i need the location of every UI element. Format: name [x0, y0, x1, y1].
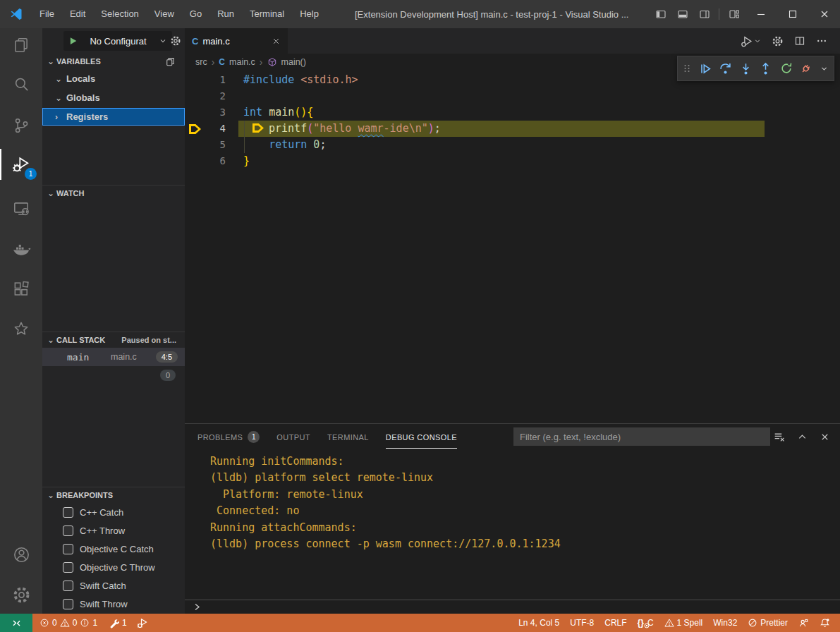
menu-file[interactable]: File: [32, 0, 62, 28]
eol-indicator[interactable]: CRLF: [604, 618, 626, 628]
stack-frame-row[interactable]: main main.c 4:5: [42, 348, 185, 366]
customize-layout-icon[interactable]: [723, 0, 745, 28]
breadcrumb-symbol[interactable]: main(): [281, 57, 306, 67]
watch-header[interactable]: ⌄ WATCH: [42, 186, 185, 201]
breakpoint-row[interactable]: Objective C Throw: [42, 558, 185, 576]
menu-selection[interactable]: Selection: [93, 0, 146, 28]
variables-scope-globals[interactable]: ⌄ Globals: [42, 88, 185, 107]
menu-terminal[interactable]: Terminal: [242, 0, 292, 28]
breakpoints-header[interactable]: ⌄ BREAKPOINTS: [42, 487, 185, 503]
breakpoint-row[interactable]: C++ Catch: [42, 503, 185, 521]
problems-status[interactable]: 0 0 1: [39, 618, 97, 628]
menu-view[interactable]: View: [147, 0, 182, 28]
checkbox[interactable]: [63, 581, 73, 591]
tab-terminal[interactable]: TERMINAL: [327, 424, 369, 449]
breakpoint-row[interactable]: C++ Throw: [42, 521, 185, 540]
start-debugging-icon[interactable]: [68, 36, 78, 46]
gear-icon[interactable]: [772, 35, 784, 47]
tab-debug-console[interactable]: DEBUG CONSOLE: [386, 424, 457, 449]
debug-status[interactable]: [137, 617, 148, 628]
code-line[interactable]: 4printf("hello wamr-ide\n");: [185, 121, 840, 137]
remote-explorer-icon[interactable]: [0, 195, 42, 223]
close-icon[interactable]: [808, 0, 840, 28]
disconnect-icon[interactable]: [800, 60, 814, 77]
menu-go[interactable]: Go: [182, 0, 209, 28]
gutter[interactable]: [185, 72, 206, 88]
maximize-panel-icon[interactable]: [797, 432, 808, 442]
gutter[interactable]: [185, 104, 206, 121]
checkbox[interactable]: [63, 562, 73, 573]
open-launch-json-gear-icon[interactable]: [170, 35, 181, 47]
spell-status[interactable]: 1 Spell: [664, 618, 703, 628]
language-mode[interactable]: {} C: [638, 618, 654, 628]
star-icon[interactable]: [0, 315, 42, 343]
console-input[interactable]: [185, 600, 840, 614]
formatter-status[interactable]: Prettier: [748, 618, 788, 628]
account-icon[interactable]: [0, 540, 42, 569]
remote-icon[interactable]: [0, 614, 32, 632]
settings-gear-icon[interactable]: [0, 581, 42, 609]
run-debug-icon[interactable]: 1: [0, 150, 42, 178]
step-into-icon[interactable]: [738, 60, 753, 77]
continue-icon[interactable]: [698, 60, 712, 77]
cursor-position[interactable]: Ln 4, Col 5: [518, 618, 559, 628]
toolchain-status[interactable]: 1: [109, 618, 127, 628]
call-stack-header[interactable]: ⌄ CALL STACK Paused on st...: [42, 332, 185, 348]
breakpoint-row[interactable]: Objective C Catch: [42, 540, 185, 558]
checkbox[interactable]: [63, 525, 73, 536]
platform-indicator[interactable]: Win32: [713, 618, 737, 628]
close-tab-icon[interactable]: [272, 37, 281, 46]
checkbox[interactable]: [63, 507, 73, 518]
ellipsis-icon[interactable]: [816, 35, 827, 47]
step-over-icon[interactable]: [718, 60, 732, 77]
menu-edit[interactable]: Edit: [62, 0, 93, 28]
gutter[interactable]: [185, 88, 206, 104]
variables-header[interactable]: ⌄ VARIABLES: [42, 54, 185, 69]
gutter[interactable]: [185, 121, 206, 137]
maximize-icon[interactable]: [777, 0, 808, 28]
layout-sidebar-left-icon[interactable]: [650, 0, 671, 28]
tab-problems[interactable]: PROBLEMS 1: [197, 424, 260, 449]
tab-main-c[interactable]: C main.c: [185, 28, 288, 54]
breadcrumb-file[interactable]: main.c: [229, 57, 255, 67]
breakpoint-row[interactable]: Swift Throw: [42, 595, 185, 613]
minimize-icon[interactable]: [745, 0, 777, 28]
breakpoint-row[interactable]: Swift Catch: [42, 576, 185, 595]
code-line[interactable]: 3int main(){: [185, 104, 840, 121]
bell-icon[interactable]: [820, 618, 830, 628]
layout-panel-icon[interactable]: [671, 0, 693, 28]
step-out-icon[interactable]: [759, 60, 773, 77]
drag-grip-icon[interactable]: [683, 60, 692, 77]
breadcrumb-folder[interactable]: src: [195, 57, 207, 67]
close-panel-icon[interactable]: [820, 432, 830, 442]
code-line[interactable]: 5 return 0;: [185, 137, 840, 153]
source-control-icon[interactable]: [0, 111, 42, 140]
thread-row[interactable]: 0: [42, 366, 185, 384]
console-filter-input[interactable]: [513, 427, 770, 446]
checkbox[interactable]: [63, 599, 73, 609]
run-or-debug-icon[interactable]: [741, 35, 761, 47]
clear-console-icon[interactable]: [773, 431, 785, 443]
explorer-icon[interactable]: [0, 31, 42, 59]
menu-run[interactable]: Run: [209, 0, 242, 28]
copy-icon[interactable]: [164, 56, 175, 67]
restart-icon[interactable]: [779, 60, 793, 77]
extensions-icon[interactable]: [0, 275, 42, 303]
docker-icon[interactable]: [0, 235, 42, 263]
launch-configuration-dropdown[interactable]: No Configurat: [63, 31, 172, 51]
code-line[interactable]: 6}: [185, 153, 840, 169]
chevron-down-icon[interactable]: [820, 60, 829, 77]
menu-help[interactable]: Help: [292, 0, 327, 28]
code-line[interactable]: 2: [185, 88, 840, 104]
variables-scope-registers[interactable]: › Registers: [42, 108, 185, 126]
variables-scope-locals[interactable]: ⌄ Locals: [42, 69, 185, 88]
split-editor-icon[interactable]: [794, 35, 805, 47]
search-icon[interactable]: [0, 71, 42, 99]
feedback-icon[interactable]: [798, 618, 809, 628]
layout-sidebar-right-icon[interactable]: [693, 0, 715, 28]
gutter[interactable]: [185, 153, 206, 169]
encoding-indicator[interactable]: UTF-8: [570, 618, 594, 628]
tab-output[interactable]: OUTPUT: [276, 424, 310, 449]
gutter[interactable]: [185, 137, 206, 153]
checkbox[interactable]: [63, 544, 73, 554]
